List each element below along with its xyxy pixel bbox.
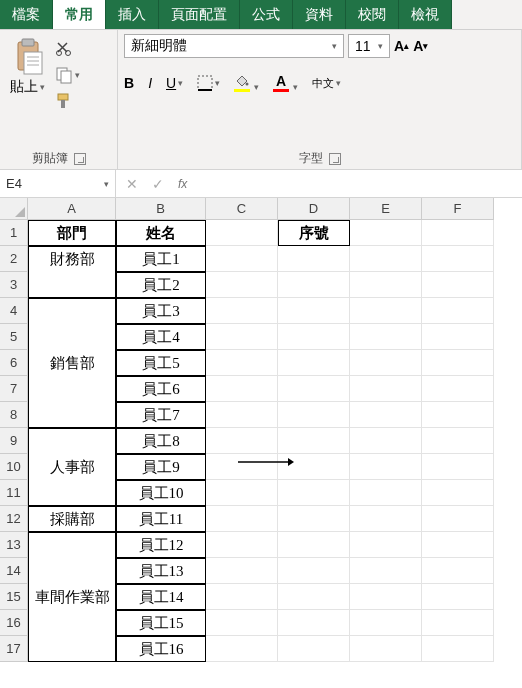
cell-F13[interactable]: [422, 532, 494, 558]
cell-C5[interactable]: [206, 324, 278, 350]
cell-F17[interactable]: [422, 636, 494, 662]
row-header-15[interactable]: 15: [0, 584, 28, 610]
cell-D3[interactable]: [278, 272, 350, 298]
row-header-13[interactable]: 13: [0, 532, 28, 558]
cell-B4[interactable]: 員工3: [116, 298, 206, 324]
column-header-D[interactable]: D: [278, 198, 350, 220]
cell-E9[interactable]: [350, 428, 422, 454]
row-header-5[interactable]: 5: [0, 324, 28, 350]
row-header-16[interactable]: 16: [0, 610, 28, 636]
cell-D1[interactable]: 序號: [278, 220, 350, 246]
tab-3[interactable]: 頁面配置: [159, 0, 240, 29]
cell-E16[interactable]: [350, 610, 422, 636]
cell-D6[interactable]: [278, 350, 350, 376]
cell-F3[interactable]: [422, 272, 494, 298]
dialog-launcher-icon[interactable]: [74, 153, 86, 165]
borders-button[interactable]: ▾: [197, 75, 220, 91]
cell-A8[interactable]: [28, 402, 116, 428]
tab-7[interactable]: 檢視: [399, 0, 452, 29]
cell-F2[interactable]: [422, 246, 494, 272]
chevron-down-icon[interactable]: ▾: [254, 82, 259, 92]
chevron-down-icon[interactable]: ▾: [293, 82, 298, 92]
cell-C2[interactable]: [206, 246, 278, 272]
column-header-C[interactable]: C: [206, 198, 278, 220]
cell-D14[interactable]: [278, 558, 350, 584]
cell-E15[interactable]: [350, 584, 422, 610]
cell-E8[interactable]: [350, 402, 422, 428]
cell-C17[interactable]: [206, 636, 278, 662]
formula-input[interactable]: [197, 170, 522, 197]
tab-6[interactable]: 校閱: [346, 0, 399, 29]
cell-D10[interactable]: [278, 454, 350, 480]
cell-A11[interactable]: [28, 480, 116, 506]
tab-2[interactable]: 插入: [106, 0, 159, 29]
cell-A13[interactable]: [28, 532, 116, 558]
cell-A14[interactable]: [28, 558, 116, 584]
row-header-14[interactable]: 14: [0, 558, 28, 584]
cell-A2[interactable]: 財務部: [28, 246, 116, 272]
row-header-7[interactable]: 7: [0, 376, 28, 402]
grow-font-button[interactable]: A▴: [394, 38, 409, 54]
tab-0[interactable]: 檔案: [0, 0, 53, 29]
cell-D11[interactable]: [278, 480, 350, 506]
row-header-10[interactable]: 10: [0, 454, 28, 480]
cell-F6[interactable]: [422, 350, 494, 376]
italic-button[interactable]: I: [148, 75, 152, 91]
cell-F14[interactable]: [422, 558, 494, 584]
cell-D2[interactable]: [278, 246, 350, 272]
shrink-font-button[interactable]: A▾: [413, 38, 428, 54]
cell-A6[interactable]: 銷售部: [28, 350, 116, 376]
cell-D12[interactable]: [278, 506, 350, 532]
bold-button[interactable]: B: [124, 75, 134, 91]
cell-F1[interactable]: [422, 220, 494, 246]
cell-B8[interactable]: 員工7: [116, 402, 206, 428]
cell-D7[interactable]: [278, 376, 350, 402]
cell-E13[interactable]: [350, 532, 422, 558]
cell-B15[interactable]: 員工14: [116, 584, 206, 610]
cell-C15[interactable]: [206, 584, 278, 610]
cell-A3[interactable]: [28, 272, 116, 298]
cell-F16[interactable]: [422, 610, 494, 636]
cell-E14[interactable]: [350, 558, 422, 584]
cell-A5[interactable]: [28, 324, 116, 350]
cell-A1[interactable]: 部門: [28, 220, 116, 246]
row-header-6[interactable]: 6: [0, 350, 28, 376]
cell-C8[interactable]: [206, 402, 278, 428]
cell-E17[interactable]: [350, 636, 422, 662]
cell-B2[interactable]: 員工1: [116, 246, 206, 272]
column-header-B[interactable]: B: [116, 198, 206, 220]
fx-label[interactable]: fx: [178, 177, 187, 191]
cell-A17[interactable]: [28, 636, 116, 662]
row-header-1[interactable]: 1: [0, 220, 28, 246]
cancel-formula-icon[interactable]: ✕: [126, 176, 138, 192]
row-header-11[interactable]: 11: [0, 480, 28, 506]
dialog-launcher-icon[interactable]: [329, 153, 341, 165]
row-header-3[interactable]: 3: [0, 272, 28, 298]
format-painter-button[interactable]: [55, 92, 80, 110]
phonetic-button[interactable]: 中文▾: [312, 76, 341, 91]
cell-B14[interactable]: 員工13: [116, 558, 206, 584]
row-header-4[interactable]: 4: [0, 298, 28, 324]
cell-D13[interactable]: [278, 532, 350, 558]
cell-B1[interactable]: 姓名: [116, 220, 206, 246]
cell-F11[interactable]: [422, 480, 494, 506]
cell-E2[interactable]: [350, 246, 422, 272]
enter-formula-icon[interactable]: ✓: [152, 176, 164, 192]
cell-F7[interactable]: [422, 376, 494, 402]
cell-B12[interactable]: 員工11: [116, 506, 206, 532]
cell-A7[interactable]: [28, 376, 116, 402]
fill-color-button[interactable]: [234, 74, 250, 92]
cell-E3[interactable]: [350, 272, 422, 298]
cell-F15[interactable]: [422, 584, 494, 610]
cell-C7[interactable]: [206, 376, 278, 402]
cell-F4[interactable]: [422, 298, 494, 324]
cell-C3[interactable]: [206, 272, 278, 298]
cell-A12[interactable]: 採購部: [28, 506, 116, 532]
cell-A10[interactable]: 人事部: [28, 454, 116, 480]
cell-E6[interactable]: [350, 350, 422, 376]
cell-D15[interactable]: [278, 584, 350, 610]
name-box[interactable]: E4 ▾: [0, 170, 116, 197]
paste-button[interactable]: 貼上 ▾: [6, 34, 49, 100]
cell-A15[interactable]: 車間作業部: [28, 584, 116, 610]
column-header-F[interactable]: F: [422, 198, 494, 220]
